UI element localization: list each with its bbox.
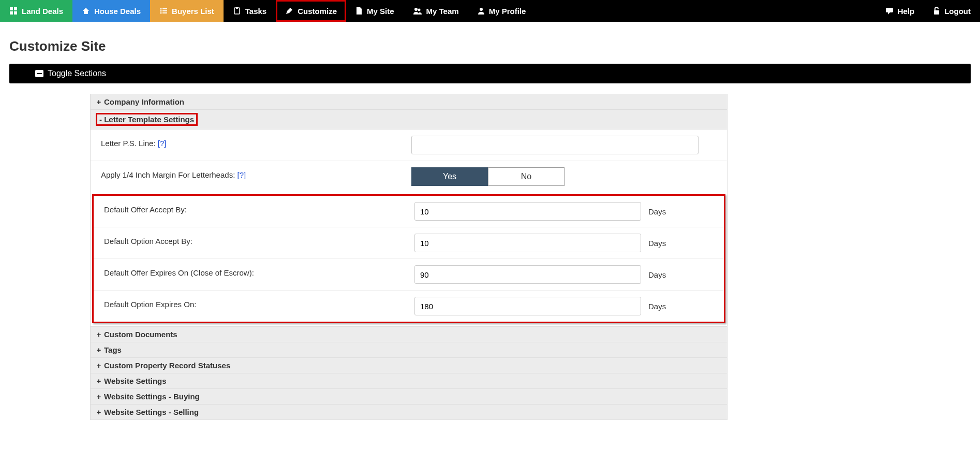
nav-my-site[interactable]: My Site [346, 0, 404, 22]
row-option-accept: Default Option Accept By: Days [94, 227, 724, 259]
nav-label: My Team [426, 7, 459, 16]
plus-icon: + [96, 330, 102, 339]
section-label: Letter Template Settings [104, 115, 194, 124]
yes-label: Yes [443, 172, 456, 181]
defaults-block: Default Offer Accept By: Days Default Op… [92, 194, 725, 323]
row-ps-line: Letter P.S. Line: [?] [91, 129, 727, 161]
file-icon [355, 7, 363, 15]
plus-icon: + [96, 377, 102, 385]
clipboard-icon [233, 7, 241, 15]
toggle-sections-bar[interactable]: Toggle Sections [9, 64, 971, 83]
section-tags[interactable]: + Tags [90, 342, 727, 358]
section-label: Website Settings - Buying [104, 392, 200, 401]
nav-label: My Site [367, 7, 394, 16]
option-expires-input[interactable] [414, 297, 641, 315]
days-suffix: Days [648, 207, 666, 216]
plus-icon: + [96, 408, 102, 416]
section-custom-statuses[interactable]: + Custom Property Record Statuses [90, 358, 727, 373]
nav-tasks[interactable]: Tasks [224, 0, 276, 22]
svg-rect-1 [14, 7, 17, 10]
svg-point-4 [160, 8, 162, 10]
section-label: Company Information [104, 97, 184, 106]
svg-rect-16 [934, 10, 939, 15]
svg-rect-15 [886, 8, 893, 12]
nav-my-profile[interactable]: My Profile [468, 0, 536, 22]
section-custom-documents[interactable]: + Custom Documents [90, 327, 727, 342]
nav-house-deals[interactable]: House Deals [72, 0, 150, 22]
svg-rect-11 [236, 7, 238, 9]
option-accept-label: Default Option Accept By: [104, 237, 192, 246]
offer-accept-input[interactable] [414, 202, 641, 221]
nav-customize[interactable]: Customize [276, 0, 346, 22]
nav-label: My Profile [489, 7, 526, 16]
chat-icon [885, 7, 894, 15]
plus-icon: + [96, 97, 102, 106]
section-website-settings[interactable]: + Website Settings [90, 373, 727, 389]
unlock-icon [933, 7, 940, 15]
svg-rect-5 [162, 8, 167, 9]
section-label: Custom Documents [104, 330, 177, 339]
nav-label: Tasks [245, 7, 266, 16]
nav-logout[interactable]: Logout [924, 0, 980, 22]
margin-no-button[interactable]: No [488, 167, 565, 186]
nav-label: Buyers List [172, 7, 214, 16]
svg-point-6 [160, 10, 162, 12]
home-icon [82, 7, 90, 15]
page-title: Customize Site [9, 38, 971, 54]
svg-point-12 [414, 8, 418, 11]
nav-land-deals[interactable]: Land Deals [0, 0, 72, 22]
days-suffix: Days [648, 270, 666, 279]
row-offer-expires: Default Offer Expires On (Close of Escro… [94, 259, 724, 291]
margin-yes-button[interactable]: Yes [411, 167, 488, 186]
days-suffix: Days [648, 239, 666, 248]
page-body: Customize Site Toggle Sections + Company… [0, 22, 980, 420]
nav-label: Customize [298, 7, 337, 16]
row-option-expires: Default Option Expires On: Days [94, 291, 724, 322]
offer-expires-label: Default Offer Expires On (Close of Escro… [104, 268, 254, 277]
margin-label: Apply 1/4 Inch Margin For Letterheads: [101, 170, 235, 179]
list-icon [159, 7, 168, 15]
offer-accept-label: Default Offer Accept By: [104, 205, 187, 214]
svg-rect-3 [14, 11, 17, 15]
ps-line-label: Letter P.S. Line: [101, 139, 156, 148]
margin-toggle: Yes No [411, 167, 565, 186]
nav-help[interactable]: Help [876, 0, 924, 22]
option-accept-input[interactable] [414, 234, 641, 252]
section-company-information[interactable]: + Company Information [90, 94, 727, 110]
svg-rect-18 [37, 73, 42, 74]
option-expires-label: Default Option Expires On: [104, 300, 196, 309]
nav-spacer [535, 0, 875, 22]
section-website-buying[interactable]: + Website Settings - Buying [90, 389, 727, 405]
ps-line-input[interactable] [411, 136, 699, 154]
margin-help[interactable]: [?] [237, 170, 246, 179]
team-icon [413, 7, 422, 15]
days-suffix: Days [648, 302, 666, 311]
section-letter-template-settings[interactable]: - Letter Template Settings [90, 110, 727, 129]
section-label: Website Settings - Selling [104, 408, 199, 416]
collapse-icon [35, 70, 43, 77]
nav-buyers-list[interactable]: Buyers List [150, 0, 224, 22]
nav-label: Land Deals [22, 7, 63, 16]
grid-icon [9, 7, 18, 15]
section-label: Website Settings [104, 377, 167, 385]
nav-my-team[interactable]: My Team [404, 0, 468, 22]
svg-rect-0 [10, 7, 13, 10]
ps-line-help[interactable]: [?] [158, 139, 167, 148]
nav-label: House Deals [94, 7, 141, 16]
minus-icon: - [99, 115, 104, 124]
section-label: Tags [104, 345, 122, 354]
no-label: No [521, 172, 531, 181]
plus-icon: + [96, 345, 102, 354]
section-website-selling[interactable]: + Website Settings - Selling [90, 405, 727, 420]
row-margin: Apply 1/4 Inch Margin For Letterheads: [… [91, 161, 727, 192]
plus-icon: + [96, 361, 102, 370]
top-nav: Land Deals House Deals Buyers List Tasks… [0, 0, 980, 22]
offer-expires-input[interactable] [414, 265, 641, 284]
row-offer-accept: Default Offer Accept By: Days [94, 196, 724, 227]
svg-point-13 [418, 9, 420, 11]
accordion: + Company Information - Letter Template … [90, 94, 727, 420]
svg-rect-7 [162, 10, 167, 11]
svg-point-14 [480, 8, 483, 11]
toggle-sections-label: Toggle Sections [48, 69, 106, 78]
svg-rect-2 [10, 11, 13, 15]
